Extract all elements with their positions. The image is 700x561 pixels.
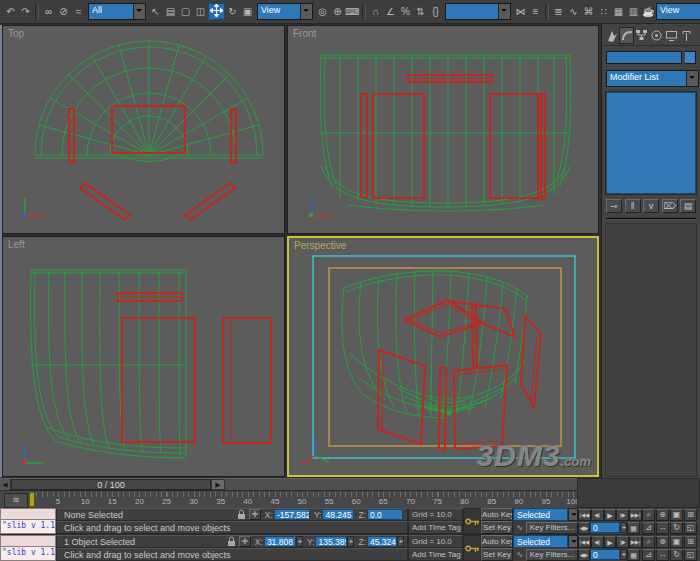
configure-modifier-sets-icon[interactable]: ▤	[680, 199, 696, 213]
make-unique-icon[interactable]: ∨	[643, 199, 659, 213]
zoom-all-icon[interactable]: ⊕	[656, 536, 669, 548]
percent-snap-icon[interactable]: %	[398, 3, 413, 21]
snap-toggle-icon[interactable]: ∩	[368, 3, 383, 21]
z-coordinate-field[interactable]: 45.324	[367, 536, 397, 547]
select-and-move-button[interactable]	[208, 3, 225, 20]
viewport-left[interactable]: Left	[2, 236, 285, 477]
pan-icon[interactable]: ↔	[656, 522, 669, 534]
viewport-front[interactable]: Front	[287, 25, 599, 234]
previous-frame-arrow-icon[interactable]: ◀	[0, 479, 11, 490]
chevron-down-icon[interactable]	[568, 535, 578, 548]
selection-filter-dropdown[interactable]: All	[88, 3, 146, 20]
zoom-extents-all-icon[interactable]: ⊞	[684, 536, 697, 548]
current-frame-field[interactable]: 0	[590, 549, 620, 560]
frame-spinner[interactable]	[620, 522, 627, 533]
window-crossing-icon[interactable]: ◫	[193, 3, 208, 21]
object-color-swatch[interactable]	[685, 51, 696, 64]
absolute-offset-toggle-icon[interactable]: ✛	[249, 509, 261, 520]
align-icon[interactable]: ≡	[528, 3, 543, 21]
zoom-extents-all-icon[interactable]: ⊞	[684, 509, 697, 521]
chevron-down-icon[interactable]	[300, 4, 312, 19]
rectangular-selection-region-icon[interactable]: ▢	[178, 3, 193, 21]
tab-hierarchy[interactable]	[634, 27, 649, 44]
select-by-name-icon[interactable]: ▤	[163, 3, 178, 21]
field-of-view-icon[interactable]: ⊿	[642, 549, 655, 561]
arc-rotate-icon[interactable]: ↻	[670, 549, 683, 561]
key-mode-dropdown[interactable]: Selected	[513, 508, 578, 521]
maximize-viewport-toggle-icon[interactable]: ◱	[684, 549, 697, 561]
render-preset-dropdown[interactable]: View	[656, 3, 700, 20]
y-coordinate-field[interactable]: 135.389	[315, 536, 347, 547]
key-filters-button[interactable]: Key Filters...	[526, 549, 578, 561]
tab-display[interactable]	[664, 27, 679, 44]
x-coordinate-field[interactable]: 31.808	[264, 536, 296, 547]
lock-icon[interactable]	[227, 536, 236, 547]
material-editor-icon[interactable]: ∷	[596, 3, 611, 21]
show-end-result-icon[interactable]: ‖	[625, 199, 641, 213]
quick-render-icon[interactable]: ☕	[641, 3, 656, 21]
previous-frame-icon[interactable]: ◀|	[591, 509, 604, 521]
z-coordinate-field[interactable]: 0.0	[367, 509, 403, 520]
y-spinner[interactable]	[347, 536, 354, 547]
viewport-perspective[interactable]: Perspective	[287, 236, 599, 477]
y-coordinate-field[interactable]: 48.245	[322, 509, 354, 520]
maximize-viewport-toggle-icon[interactable]: ◱	[684, 522, 697, 534]
tab-utilities[interactable]	[679, 27, 694, 44]
reference-coordinate-dropdown[interactable]: View	[257, 3, 313, 20]
spinner-snap-icon[interactable]: ⇅	[413, 3, 428, 21]
lock-icon[interactable]	[237, 509, 246, 520]
arc-rotate-icon[interactable]: ↻	[670, 522, 683, 534]
mirror-icon[interactable]: ⋈	[513, 3, 528, 21]
previous-frame-icon[interactable]: ◀|	[591, 536, 604, 548]
add-time-tag[interactable]: Add Time Tag	[408, 521, 463, 534]
tab-create[interactable]	[604, 27, 619, 44]
unlink-selection-icon[interactable]: ⊘	[56, 3, 71, 21]
bind-to-space-warp-icon[interactable]: ≈	[71, 3, 86, 21]
select-and-manipulate-icon[interactable]: ⊕	[330, 3, 345, 21]
redo-icon[interactable]: ↷	[18, 3, 33, 21]
layer-manager-icon[interactable]: ≣	[551, 3, 566, 21]
auto-key-button[interactable]: Auto Key	[481, 508, 513, 521]
curve-editor-icon[interactable]: ∿	[566, 3, 581, 21]
next-frame-icon[interactable]: |▶	[616, 509, 629, 521]
current-frame-marker[interactable]	[29, 492, 35, 507]
keyboard-override-icon[interactable]: ⌨	[345, 3, 360, 21]
listener-line[interactable]: "slib v 1.10	[0, 520, 56, 534]
key-mode-toggle-icon[interactable]: ◀▶	[578, 522, 590, 534]
maxscript-mini-listener[interactable]: "slib v 1.10	[0, 508, 56, 534]
object-name-field[interactable]	[606, 51, 682, 64]
new-key-icon[interactable]: ∿	[513, 549, 526, 561]
go-to-start-icon[interactable]: |◀◀	[578, 536, 591, 548]
select-and-rotate-icon[interactable]: ↻	[225, 3, 240, 21]
key-filters-button[interactable]: Key Filters...	[526, 522, 578, 534]
undo-icon[interactable]: ↶	[3, 3, 18, 21]
viewport-label[interactable]: Front	[293, 28, 316, 39]
macro-recorder-line[interactable]	[0, 508, 56, 520]
chevron-down-icon[interactable]	[568, 508, 578, 521]
select-and-link-icon[interactable]: ∞	[41, 3, 56, 21]
remove-modifier-icon[interactable]: ⌦	[662, 199, 678, 213]
viewport-label[interactable]: Left	[8, 239, 25, 250]
set-key-button[interactable]: Set Key	[481, 521, 513, 534]
pan-icon[interactable]: ↔	[656, 549, 669, 561]
maxscript-mini-listener[interactable]: "slib v 1.10	[0, 535, 56, 561]
absolute-offset-toggle-icon[interactable]: ✛	[239, 536, 251, 547]
z-spinner[interactable]	[397, 536, 404, 547]
pin-stack-icon[interactable]: ⊸	[606, 199, 622, 213]
set-key-button[interactable]: Set Key	[481, 548, 513, 561]
zoom-all-icon[interactable]: ⊕	[656, 509, 669, 521]
next-frame-icon[interactable]: |▶	[616, 536, 629, 548]
x-spinner[interactable]	[296, 536, 303, 547]
key-mode-dropdown[interactable]: Selected	[513, 535, 578, 548]
viewport-top[interactable]: Top	[2, 25, 285, 234]
current-frame-field[interactable]: 0	[590, 522, 620, 533]
chevron-down-icon[interactable]	[686, 71, 698, 86]
next-frame-arrow-icon[interactable]: ▶	[211, 479, 225, 490]
go-to-end-icon[interactable]: ▶▶|	[629, 536, 642, 548]
go-to-start-icon[interactable]: |◀◀	[578, 509, 591, 521]
zoom-icon[interactable]: ⌕	[642, 509, 655, 521]
play-icon[interactable]: ▶	[604, 509, 617, 521]
schematic-view-icon[interactable]: ⌘	[581, 3, 596, 21]
zoom-extents-icon[interactable]: ▣	[670, 536, 683, 548]
macro-recorder-line[interactable]	[0, 535, 56, 547]
